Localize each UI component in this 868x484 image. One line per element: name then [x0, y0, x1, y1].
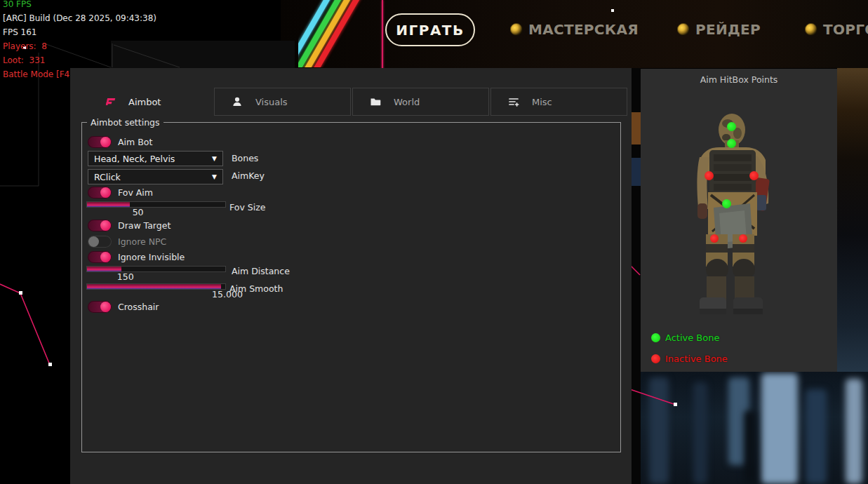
aim-distance-value: 150: [117, 271, 134, 282]
folder-icon: [370, 96, 381, 107]
hitbox-point-head[interactable]: [727, 122, 736, 131]
aim-smooth-slider-fill: [87, 284, 221, 289]
tab-aimbot-label: Aimbot: [128, 97, 161, 107]
aim-distance-slider-fill: [87, 267, 121, 271]
nav-workshop-label: МАСТЕРСКАЯ: [528, 21, 639, 38]
esp-vertical-line: [382, 0, 383, 70]
person-icon: [232, 96, 243, 107]
rainbow-trail: [298, 0, 382, 67]
legend-inactive-bone-label: Inactive Bone: [665, 354, 728, 364]
dropdown-arrow-icon: ▼: [212, 155, 217, 162]
hitbox-point-right-thigh[interactable]: [739, 234, 747, 243]
play-button[interactable]: ИГРАТЬ: [385, 13, 475, 46]
esp-dot: [611, 9, 614, 12]
aim-smooth-label: Aim Smooth: [229, 283, 283, 294]
legend-inactive-bone: Inactive Bone: [651, 354, 728, 364]
hitbox-point-left-thigh[interactable]: [710, 234, 719, 243]
fov-size-value-wrap: 50: [86, 207, 226, 217]
nav-raider-label: РЕЙДЕР: [695, 21, 761, 38]
hitbox-point-right-shoulder[interactable]: [749, 171, 759, 180]
ignore-invisible-label: Ignore Invisible: [118, 252, 185, 262]
inactive-bone-dot-icon: [651, 354, 660, 363]
coin-icon: [805, 23, 817, 36]
ignore-npc-row: Ignore NPC: [88, 236, 112, 248]
tab-visuals[interactable]: Visuals: [214, 88, 351, 116]
fov-size-value: 50: [133, 207, 144, 217]
bones-dropdown-value: Head, Neck, Pelvis: [94, 154, 175, 164]
tab-visuals-label: Visuals: [255, 97, 288, 107]
nav-raider[interactable]: РЕЙДЕР: [677, 21, 761, 38]
draw-target-row: Draw Target: [88, 220, 112, 231]
aimkey-dropdown-value: RClick: [94, 172, 121, 182]
aimkey-dropdown[interactable]: RClick ▼: [88, 169, 223, 184]
coin-icon: [510, 23, 523, 36]
aim-distance-label: Aim Distance: [232, 266, 290, 276]
ignore-invisible-row: Ignore Invisible: [88, 251, 112, 263]
hitbox-point-left-shoulder[interactable]: [705, 171, 714, 180]
aim-bot-label: Aim Bot: [118, 137, 152, 147]
tab-world-label: World: [394, 97, 420, 107]
ignore-invisible-toggle[interactable]: [88, 251, 112, 263]
ignore-npc-label: Ignore NPC: [118, 236, 166, 247]
aim-bot-toggle[interactable]: [88, 136, 112, 148]
dropdown-arrow-icon: ▼: [212, 173, 217, 180]
nav-workshop[interactable]: МАСТЕРСКАЯ: [510, 21, 639, 38]
legend-active-bone: Active Bone: [651, 332, 719, 343]
aim-bot-row: Aim Bot: [88, 136, 112, 148]
fov-size-label: Fov Size: [229, 202, 265, 213]
active-bone-dot-icon: [651, 333, 660, 342]
playlist-add-icon: [508, 96, 519, 107]
toggle-knob: [100, 220, 111, 231]
nav-trade[interactable]: ТОРГО: [805, 21, 868, 38]
screen: 30 FPS [ARC] Build (Dec 28 2025, 09:43:3…: [0, 0, 868, 484]
fov-size-slider-fill: [87, 202, 130, 207]
toggle-knob: [100, 187, 111, 198]
aim-distance-value-wrap: 150: [86, 271, 226, 281]
aimbot-flag-icon: [105, 96, 116, 107]
tab-misc-label: Misc: [532, 97, 552, 107]
toggle-knob: [88, 236, 99, 247]
tab-aimbot[interactable]: Aimbot: [88, 88, 214, 116]
aimbot-settings-group-title: Aimbot settings: [87, 117, 163, 128]
crosshair-label: Crosshair: [118, 302, 159, 312]
legend-active-bone-label: Active Bone: [665, 332, 719, 343]
tab-world[interactable]: World: [352, 88, 489, 116]
nav-trade-label: ТОРГО: [823, 21, 868, 38]
tab-misc[interactable]: Misc: [490, 88, 627, 116]
hitbox-point-pelvis[interactable]: [722, 199, 731, 208]
toggle-knob: [100, 302, 111, 312]
toggle-knob: [100, 137, 111, 147]
hud-fps: FPS 161: [3, 25, 156, 39]
ignore-npc-toggle[interactable]: [88, 236, 112, 248]
fov-aim-label: Fov Aim: [118, 187, 153, 198]
hud-loot-count: Loot: 331: [3, 53, 156, 67]
bones-label: Bones: [232, 153, 258, 163]
bones-dropdown[interactable]: Head, Neck, Pelvis ▼: [88, 151, 223, 166]
crosshair-toggle[interactable]: [88, 301, 112, 313]
hud-players-count: Players: 8: [3, 39, 156, 53]
fov-aim-row: Fov Aim: [88, 187, 112, 199]
coin-icon: [677, 23, 690, 36]
fov-aim-toggle[interactable]: [88, 187, 112, 199]
aim-smooth-value-wrap: 15.000: [86, 289, 226, 299]
hitbox-panel-title: Aim HitBox Points: [641, 74, 837, 85]
draw-target-toggle[interactable]: [88, 220, 112, 231]
aimkey-label: AimKey: [232, 170, 265, 181]
crosshair-row: Crosshair: [88, 301, 112, 313]
toggle-knob: [100, 252, 111, 262]
hud-build-info: [ARC] Build (Dec 28 2025, 09:43:38): [3, 11, 156, 25]
draw-target-label: Draw Target: [118, 220, 171, 231]
hitbox-point-neck[interactable]: [727, 139, 736, 148]
hud-fps-counter: 30 FPS: [3, 0, 156, 11]
